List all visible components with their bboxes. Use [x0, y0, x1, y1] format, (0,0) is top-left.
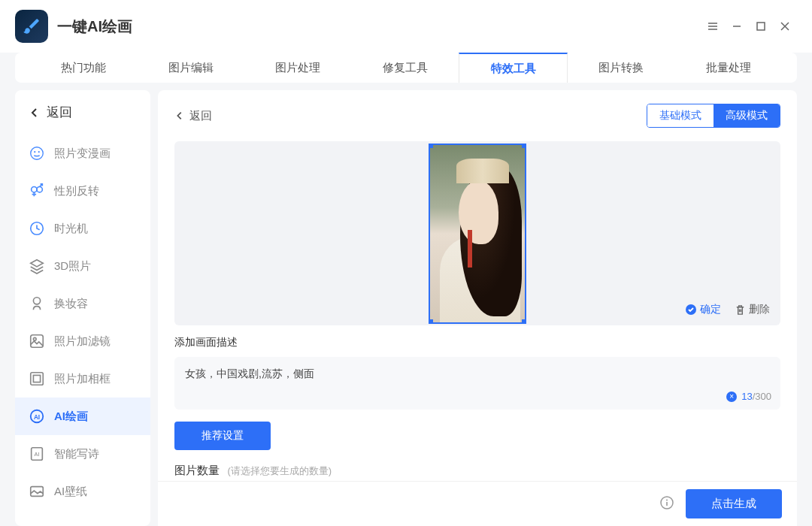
sidebar-item-label: 性别反转 — [54, 184, 99, 198]
preview-image[interactable] — [429, 144, 526, 324]
svg-rect-0 — [757, 23, 765, 30]
sidebar-item-label: 照片加滤镜 — [54, 334, 111, 349]
svg-text:AI: AI — [35, 451, 40, 458]
description-text: 女孩，中国戏剧,流苏，侧面 — [185, 367, 314, 379]
char-count: × 13/300 — [726, 391, 771, 402]
tab-edit[interactable]: 图片编辑 — [138, 53, 245, 83]
svg-rect-8 — [31, 335, 44, 348]
sidebar-item-cartoon[interactable]: 照片变漫画 — [15, 135, 150, 172]
check-icon — [685, 304, 697, 316]
delete-button[interactable]: 删除 — [735, 303, 770, 316]
svg-point-1 — [31, 147, 44, 160]
sidebar-item-label: 换妆容 — [54, 297, 88, 311]
content-back[interactable]: 返回 — [174, 109, 212, 123]
sidebar-item-makeup[interactable]: 换妆容 — [15, 285, 150, 322]
sidebar-item-label: 3D照片 — [54, 259, 91, 274]
sidebar-item-time[interactable]: 时光机 — [15, 210, 150, 247]
gender-icon — [29, 183, 45, 199]
menu-icon — [707, 20, 719, 32]
generate-button[interactable]: 点击生成 — [686, 489, 782, 518]
footer: 点击生成 — [158, 481, 797, 526]
tab-hot[interactable]: 热门功能 — [30, 53, 138, 83]
sidebar-item-label: 智能写诗 — [54, 447, 99, 461]
tab-batch[interactable]: 批量处理 — [674, 53, 782, 83]
sidebar-back-label: 返回 — [47, 104, 72, 121]
minimize-icon — [732, 21, 742, 32]
svg-point-5 — [37, 187, 42, 192]
recommend-button[interactable]: 推荐设置 — [174, 422, 271, 450]
svg-point-3 — [38, 151, 40, 153]
close-icon — [780, 21, 790, 32]
wallpaper-icon — [29, 483, 45, 500]
sidebar-item-label: AI绘画 — [54, 410, 88, 424]
layers-icon — [29, 258, 45, 274]
sidebar-item-label: 照片变漫画 — [54, 147, 111, 161]
maximize-button[interactable] — [749, 14, 773, 38]
trash-icon — [735, 304, 746, 316]
svg-point-19 — [666, 499, 668, 500]
sidebar-item-frame[interactable]: 照片加相框 — [15, 360, 150, 398]
confirm-button[interactable]: 确定 — [685, 303, 721, 316]
mode-toggle: 基础模式 高级模式 — [647, 104, 780, 128]
app-logo — [15, 10, 48, 43]
sidebar-item-wallpaper[interactable]: AI壁纸 — [15, 473, 150, 510]
mode-basic-button[interactable]: 基础模式 — [647, 104, 714, 127]
face-icon — [29, 145, 45, 162]
sidebar-item-label: 时光机 — [54, 222, 88, 236]
desc-label: 添加画面描述 — [174, 336, 780, 349]
sidebar-item-ai-draw[interactable]: AIAI绘画 — [15, 398, 150, 435]
brush-icon — [22, 17, 41, 36]
sidebar-item-filter[interactable]: 照片加滤镜 — [15, 322, 150, 360]
quantity-hint: (请选择您要生成的数量) — [227, 465, 332, 476]
chevron-left-icon — [174, 110, 185, 121]
app-title: 一键AI绘画 — [57, 17, 132, 37]
svg-point-7 — [33, 298, 40, 304]
svg-rect-11 — [33, 375, 40, 382]
svg-point-4 — [32, 187, 37, 192]
sidebar-item-label: 照片加相框 — [54, 372, 111, 386]
frame-icon — [29, 370, 45, 387]
tab-convert[interactable]: 图片转换 — [568, 53, 675, 83]
sidebar-item-3d[interactable]: 3D照片 — [15, 247, 150, 285]
svg-point-9 — [33, 337, 36, 340]
poem-icon: AI — [29, 446, 45, 462]
confirm-label: 确定 — [700, 303, 721, 316]
maximize-icon — [756, 22, 765, 31]
titlebar: 一键AI绘画 — [0, 0, 812, 53]
sidebar-item-label: AI壁纸 — [54, 485, 87, 499]
svg-text:AI: AI — [34, 414, 40, 421]
chevron-left-icon — [29, 107, 41, 119]
content-back-label: 返回 — [189, 109, 212, 123]
sidebar-item-gender[interactable]: 性别反转 — [15, 172, 150, 210]
filter-icon — [29, 333, 45, 349]
quantity-label: 图片数量 — [174, 464, 220, 476]
sidebar-back[interactable]: 返回 — [15, 104, 150, 135]
content: 返回 基础模式 高级模式 确定 — [158, 90, 797, 487]
clock-icon — [29, 220, 45, 237]
main-tabs: 热门功能 图片编辑 图片处理 修复工具 特效工具 图片转换 批量处理 — [15, 53, 797, 83]
tab-repair[interactable]: 修复工具 — [352, 53, 459, 83]
tab-process[interactable]: 图片处理 — [244, 53, 352, 83]
minimize-button[interactable] — [725, 14, 749, 38]
quantity-section: 图片数量 (请选择您要生成的数量) — [174, 464, 780, 478]
svg-point-2 — [34, 151, 35, 153]
sidebar-item-poem[interactable]: AI智能写诗 — [15, 435, 150, 473]
clear-icon[interactable]: × — [726, 391, 737, 402]
tab-effects[interactable]: 特效工具 — [459, 53, 568, 83]
makeup-icon — [29, 295, 45, 312]
svg-rect-10 — [31, 373, 44, 385]
preview-area[interactable]: 确定 删除 — [174, 141, 780, 325]
delete-label: 删除 — [749, 303, 770, 316]
sidebar: 返回 照片变漫画 性别反转 时光机 3D照片 换妆容 照片加滤镜 照片加相框 A… — [15, 90, 150, 526]
menu-button[interactable] — [701, 14, 725, 38]
svg-rect-20 — [666, 502, 668, 506]
close-button[interactable] — [773, 14, 797, 38]
info-icon[interactable] — [660, 496, 674, 512]
mode-advanced-button[interactable]: 高级模式 — [714, 104, 780, 127]
ai-icon: AI — [29, 408, 45, 425]
description-input[interactable]: 女孩，中国戏剧,流苏，侧面 × 13/300 — [174, 357, 780, 410]
